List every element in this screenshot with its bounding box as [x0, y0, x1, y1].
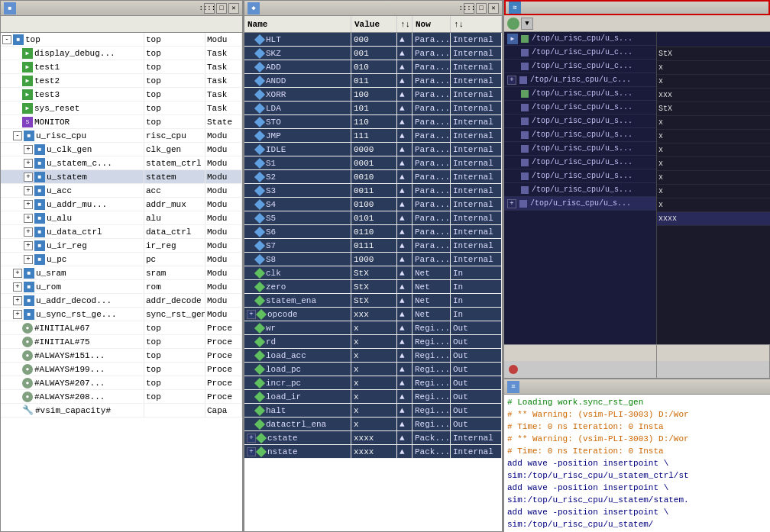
obj-row[interactable]: IDLE0000▲Para...Internal: [244, 143, 502, 156]
wave-signal-row[interactable]: /top/u_risc_cpu/u_c...: [504, 60, 656, 73]
obj-row[interactable]: STO110▲Para...Internal: [244, 115, 502, 129]
sim-row[interactable]: +■u_addr_decod...addr_decodeModu: [1, 294, 242, 308]
obj-row[interactable]: LDA101▲Para...Internal: [244, 102, 502, 115]
obj-row[interactable]: JMP111▲Para...Internal: [244, 129, 502, 143]
sim-row[interactable]: -■u_risc_cpurisc_cpuModu: [1, 129, 242, 143]
sim-row[interactable]: +■u_clk_genclk_genModu: [1, 143, 242, 156]
sim-row[interactable]: ●#ALWAYS#151...topProce: [1, 349, 242, 363]
obj-expand-btn[interactable]: +: [247, 447, 256, 456]
obj-row[interactable]: S20010▲Para...Internal: [244, 170, 502, 184]
obj-row[interactable]: statem_enaStX▲NetIn: [244, 294, 502, 308]
expand-btn[interactable]: +: [13, 282, 22, 292]
sim-row[interactable]: +■u_addr_mu...addr_muxModu: [1, 198, 242, 211]
sim-pin-btn[interactable]: :::::: [204, 3, 215, 14]
sim-row[interactable]: 🔧#vsim_capacity#Capa: [1, 404, 242, 418]
sim-row[interactable]: ●#INITIAL#67topProce: [1, 321, 242, 335]
obj-restore-btn[interactable]: □: [476, 3, 487, 14]
wave-signal-row[interactable]: /top/u_risc_cpu/u_s...: [504, 101, 656, 114]
obj-row[interactable]: incr_pcx▲Regi...Out: [244, 376, 502, 390]
sim-row[interactable]: +■u_accaccModu: [1, 184, 242, 198]
sim-row[interactable]: +■u_data_ctrldata_ctrlModu: [1, 225, 242, 239]
sim-row[interactable]: -■toptopModu: [1, 33, 242, 47]
sim-row[interactable]: +■u_romromModu: [1, 280, 242, 294]
sim-row[interactable]: ●#ALWAYS#208...topProce: [1, 390, 242, 404]
wave-signal-row[interactable]: +/top/u_risc_cpu/u_s...: [504, 197, 656, 211]
sim-tree[interactable]: -■toptopModu▶display_debug...topTask▶tes…: [1, 33, 242, 531]
obj-row[interactable]: SKZ001▲Para...Internal: [244, 47, 502, 60]
wave-signal-row[interactable]: +/top/u_risc_cpu/u_c...: [504, 73, 656, 87]
obj-row[interactable]: zeroStX▲NetIn: [244, 280, 502, 294]
wave-expand-btn[interactable]: +: [507, 199, 516, 208]
obj-row[interactable]: S60110▲Para...Internal: [244, 225, 502, 239]
wave-tool-dropdown[interactable]: ▼: [521, 18, 533, 30]
obj-row[interactable]: load_irx▲Regi...Out: [244, 390, 502, 404]
sim-row[interactable]: SMONITORtopState: [1, 115, 242, 129]
sim-row[interactable]: ●#INITIAL#75topProce: [1, 335, 242, 349]
obj-pin-btn[interactable]: :::::: [464, 3, 474, 14]
sim-row[interactable]: +■u_ir_regir_regModu: [1, 239, 242, 253]
sim-row[interactable]: ▶test1topTask: [1, 60, 242, 74]
expand-btn[interactable]: +: [24, 145, 33, 154]
obj-row[interactable]: rdx▲Regi...Out: [244, 335, 502, 349]
expand-btn[interactable]: +: [24, 241, 33, 250]
expand-btn[interactable]: +: [24, 214, 33, 223]
sim-row[interactable]: +■u_sync_rst_ge...sync_rst_genModu: [1, 308, 242, 321]
sim-row[interactable]: ▶sys_resettopTask: [1, 102, 242, 115]
obj-row[interactable]: S10001▲Para...Internal: [244, 156, 502, 170]
expand-btn[interactable]: +: [24, 227, 33, 237]
sim-row[interactable]: ▶test2topTask: [1, 74, 242, 88]
obj-row[interactable]: S81000▲Para...Internal: [244, 253, 502, 266]
wave-signal-row[interactable]: /top/u_risc_cpu/u_s...: [504, 142, 656, 156]
expand-btn[interactable]: +: [13, 296, 22, 305]
wave-signal-row[interactable]: /top/u_risc_cpu/u_s...: [504, 114, 656, 128]
obj-row[interactable]: +opcodexxx▲NetIn: [244, 308, 502, 321]
obj-row[interactable]: haltx▲Regi...Out: [244, 404, 502, 418]
wave-signal-row[interactable]: /top/u_risc_cpu/u_s...: [504, 183, 656, 197]
sim-row[interactable]: +■u_sramsramModu: [1, 266, 242, 280]
obj-row[interactable]: S40100▲Para...Internal: [244, 198, 502, 211]
wave-signal-row[interactable]: /top/u_risc_cpu/u_s...: [504, 128, 656, 142]
sim-row[interactable]: +■u_pcpcModu: [1, 253, 242, 266]
sim-row[interactable]: +■u_statemstatemModu: [1, 170, 242, 184]
obj-expand-btn[interactable]: +: [247, 310, 256, 319]
obj-row[interactable]: ADD010▲Para...Internal: [244, 60, 502, 74]
obj-row[interactable]: load_accx▲Regi...Out: [244, 349, 502, 363]
sim-row[interactable]: +■u_alualuModu: [1, 211, 242, 225]
sim-restore-btn[interactable]: □: [216, 3, 227, 14]
obj-row[interactable]: +cstatexxxx▲Pack...Internal: [244, 431, 502, 445]
expand-btn[interactable]: +: [13, 310, 22, 319]
obj-row[interactable]: clkStX▲NetIn: [244, 266, 502, 280]
obj-row[interactable]: +nstatexxxx▲Pack...Internal: [244, 445, 502, 459]
wave-signal-row[interactable]: /top/u_risc_cpu/u_c...: [504, 46, 656, 60]
expand-btn[interactable]: -: [13, 131, 22, 140]
transcript-content[interactable]: # Loading work.sync_rst_gen# ** Warning:…: [504, 395, 770, 532]
sim-row[interactable]: +■u_statem_c...statem_ctrlModu: [1, 156, 242, 170]
expand-btn[interactable]: +: [24, 200, 33, 209]
expand-btn[interactable]: -: [2, 35, 11, 44]
wave-expand-btn[interactable]: +: [507, 76, 516, 85]
sim-row[interactable]: ▶test3topTask: [1, 88, 242, 102]
wave-signal-row[interactable]: /top/u_risc_cpu/u_s...: [504, 169, 656, 183]
expand-btn[interactable]: +: [24, 186, 33, 195]
obj-row[interactable]: HLT000▲Para...Internal: [244, 33, 502, 47]
obj-row[interactable]: S70111▲Para...Internal: [244, 239, 502, 253]
obj-row[interactable]: S50101▲Para...Internal: [244, 211, 502, 225]
wave-signal-row[interactable]: /top/u_risc_cpu/u_s...: [504, 87, 656, 101]
sim-close-btn[interactable]: ✕: [228, 3, 239, 14]
sim-row[interactable]: ●#ALWAYS#199...topProce: [1, 363, 242, 376]
obj-row[interactable]: datactrl_enax▲Regi...Out: [244, 418, 502, 431]
expand-btn[interactable]: +: [24, 172, 33, 182]
expand-btn[interactable]: +: [13, 269, 22, 278]
obj-row[interactable]: load_pcx▲Regi...Out: [244, 363, 502, 376]
sim-row[interactable]: ▶display_debug...topTask: [1, 47, 242, 60]
wave-signal-row[interactable]: /top/u_risc_cpu/u_s...: [504, 156, 656, 169]
obj-close-btn[interactable]: ✕: [488, 3, 499, 14]
obj-expand-btn[interactable]: +: [247, 434, 256, 443]
wave-signal-row[interactable]: ▶/top/u_risc_cpu/u_s...: [504, 32, 656, 46]
obj-row[interactable]: S30011▲Para...Internal: [244, 184, 502, 198]
sim-row[interactable]: ●#ALWAYS#207...topProce: [1, 376, 242, 390]
expand-btn[interactable]: +: [24, 255, 33, 264]
obj-tree[interactable]: HLT000▲Para...InternalSKZ001▲Para...Inte…: [244, 33, 502, 531]
obj-row[interactable]: wrx▲Regi...Out: [244, 321, 502, 335]
obj-row[interactable]: ANDD011▲Para...Internal: [244, 74, 502, 88]
